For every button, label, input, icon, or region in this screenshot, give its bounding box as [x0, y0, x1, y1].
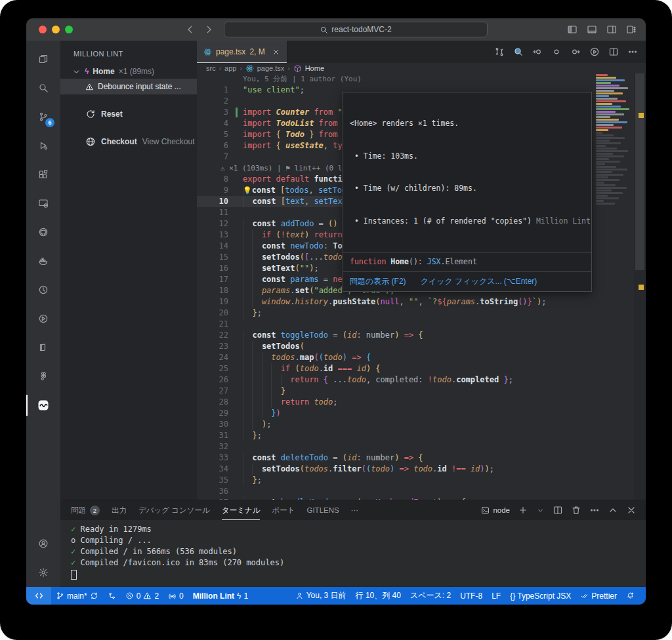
- activity-item-github-icon[interactable]: [26, 218, 60, 247]
- activity-item-remote-explorer-icon[interactable]: [26, 189, 60, 218]
- code-line[interactable]: 29 }): [197, 408, 634, 419]
- activity-item-extensions-icon[interactable]: [26, 160, 60, 189]
- sidebar-item-debounce-issue[interactable]: Debounce input state ...: [60, 79, 197, 94]
- panel-tab-⋯[interactable]: ⋯: [351, 500, 359, 520]
- lightbulb-icon[interactable]: 💡: [243, 186, 252, 195]
- ports-status[interactable]: 0: [163, 591, 188, 601]
- terminal-dropdown-icon[interactable]: [536, 506, 545, 515]
- branch-status[interactable]: main*: [51, 591, 103, 601]
- customize-layout-icon[interactable]: [626, 24, 637, 35]
- commit-graph-button[interactable]: [103, 591, 121, 600]
- code-line[interactable]: 34 setTodos(todos.filter((todo) => todo.…: [197, 464, 634, 475]
- scrollbar-slider[interactable]: [635, 73, 644, 270]
- more-actions-icon[interactable]: [627, 47, 638, 57]
- activity-item-run-debug-icon[interactable]: [26, 131, 60, 160]
- gitlens-back-icon[interactable]: [532, 47, 543, 57]
- history-back-icon[interactable]: [184, 24, 195, 35]
- panel-tab-デバッグ コンソール[interactable]: デバッグ コンソール: [138, 500, 210, 520]
- quick-fix-link[interactable]: クイック フィックス... (⌥Enter): [421, 276, 537, 287]
- indentation-status[interactable]: スペース: 2: [406, 590, 455, 601]
- code-line[interactable]: 27 }: [197, 386, 634, 397]
- million-lens-icon[interactable]: [513, 47, 524, 57]
- reset-button[interactable]: Reset: [60, 106, 197, 122]
- scrollbar[interactable]: [634, 73, 646, 518]
- language-mode-status[interactable]: {} TypeScript JSX: [505, 591, 576, 601]
- remote-indicator[interactable]: [26, 587, 51, 605]
- terminal-instance[interactable]: node: [481, 506, 510, 515]
- encoding-status[interactable]: UTF-8: [455, 591, 487, 601]
- toggle-panel-icon[interactable]: [587, 24, 597, 35]
- gitlens-dot-icon[interactable]: [551, 47, 562, 57]
- code-line[interactable]: 26 return { ...todo, completed: !todo.co…: [197, 374, 634, 386]
- kill-terminal-icon[interactable]: [571, 505, 581, 515]
- panel-tab-ポート[interactable]: ポート: [272, 500, 295, 520]
- tab-page-tsx[interactable]: page.tsx 2, M: [197, 41, 287, 63]
- activity-item-pointer-icon[interactable]: [26, 304, 60, 333]
- breadcrumb[interactable]: src›app›page.tsx›Home: [197, 63, 646, 73]
- view-problem-link[interactable]: 問題の表示 (F2): [350, 276, 406, 287]
- panel-tab-ターミナル[interactable]: ターミナル: [222, 500, 261, 520]
- code-line[interactable]: 30 );: [197, 419, 634, 430]
- panel-tab-問題[interactable]: 問題2: [71, 500, 100, 520]
- code-line[interactable]: 20 };: [197, 308, 634, 319]
- activity-item-notion-icon[interactable]: [26, 333, 60, 362]
- panel-tab-GITLENS[interactable]: GITLENS: [306, 500, 339, 520]
- breadcrumb-symbol[interactable]: Home: [305, 64, 324, 72]
- terminal-output[interactable]: ✓ Ready in 1279mso Compiling / ...✓ Comp…: [60, 520, 646, 586]
- toggle-sidebar-icon[interactable]: [567, 24, 578, 35]
- breadcrumb-src[interactable]: src: [206, 64, 216, 72]
- run-timer-icon[interactable]: [589, 47, 600, 57]
- code-line[interactable]: 23 setTodos(: [197, 341, 634, 352]
- problems-status[interactable]: 0 2: [121, 591, 163, 601]
- sidebar-item-home[interactable]: ϟ Home ×1 (89ms): [60, 64, 197, 79]
- split-terminal-icon[interactable]: [553, 505, 563, 515]
- activity-item-account-icon[interactable]: [26, 529, 60, 558]
- history-forward-icon[interactable]: [204, 24, 215, 35]
- activity-item-figma-icon[interactable]: [26, 362, 60, 391]
- eol-status[interactable]: LF: [487, 591, 505, 601]
- minimap[interactable]: [591, 73, 634, 518]
- notifications-bell[interactable]: [621, 591, 639, 600]
- code-line[interactable]: 21: [197, 319, 634, 330]
- zoom-window-button[interactable]: [65, 26, 73, 33]
- activity-item-settings-gear-icon[interactable]: [26, 558, 60, 587]
- toggle-secondary-sidebar-icon[interactable]: [606, 24, 617, 35]
- formatter-status[interactable]: Prettier: [576, 591, 621, 601]
- compare-changes-icon[interactable]: [494, 47, 505, 57]
- code-line[interactable]: 22 const toggleTodo = (id: number) => {: [197, 330, 634, 341]
- minimize-window-button[interactable]: [52, 26, 60, 33]
- code-line[interactable]: 24 todos.map((todo) => {: [197, 352, 634, 363]
- close-tab-icon[interactable]: [272, 48, 280, 56]
- activity-item-million-lint-icon[interactable]: [26, 391, 60, 420]
- sidebar-title: MILLION LINT: [60, 41, 197, 64]
- split-editor-icon[interactable]: [608, 47, 619, 57]
- maximize-panel-icon[interactable]: [608, 505, 618, 515]
- breadcrumb-file[interactable]: page.tsx: [257, 64, 285, 72]
- activity-item-search-icon[interactable]: [26, 73, 60, 102]
- close-window-button[interactable]: [39, 26, 47, 33]
- code-line[interactable]: 31 };: [197, 430, 634, 441]
- activity-item-docker-icon[interactable]: [26, 247, 60, 275]
- checkout-button[interactable]: Checkout View Checkout: [60, 134, 197, 150]
- activity-item-timer-icon[interactable]: [26, 275, 60, 304]
- cursor-position-status[interactable]: 行 10、列 40: [351, 590, 406, 601]
- code-line[interactable]: 28 return todo;: [197, 397, 634, 408]
- activity-item-source-control-icon[interactable]: 6: [26, 102, 60, 131]
- code-line[interactable]: 36: [197, 486, 634, 497]
- blame-status[interactable]: You, 3 日前: [291, 590, 351, 601]
- code-line[interactable]: 33 const deleteTodo = (id: number) => {: [197, 452, 634, 464]
- gitlens-forward-icon[interactable]: [570, 47, 581, 57]
- activity-item-files-icon[interactable]: [26, 45, 60, 73]
- code-line[interactable]: 35 };: [197, 475, 634, 486]
- chevron-down-icon[interactable]: [72, 68, 81, 76]
- panel-tab-出力[interactable]: 出力: [112, 500, 127, 520]
- code-line[interactable]: 25 if (todo.id === id) {: [197, 363, 634, 374]
- million-lint-status[interactable]: Million Lint ϟ1: [188, 591, 253, 601]
- close-panel-icon[interactable]: [626, 505, 637, 515]
- command-center-search[interactable]: react-todoMVC-2: [224, 22, 488, 37]
- code-line[interactable]: 19 window.history.pushState(null, "", `?…: [197, 296, 634, 308]
- code-line[interactable]: 32: [197, 441, 634, 452]
- new-terminal-icon[interactable]: [518, 505, 528, 515]
- panel-more-icon[interactable]: [589, 505, 600, 515]
- breadcrumb-app[interactable]: app: [224, 64, 236, 72]
